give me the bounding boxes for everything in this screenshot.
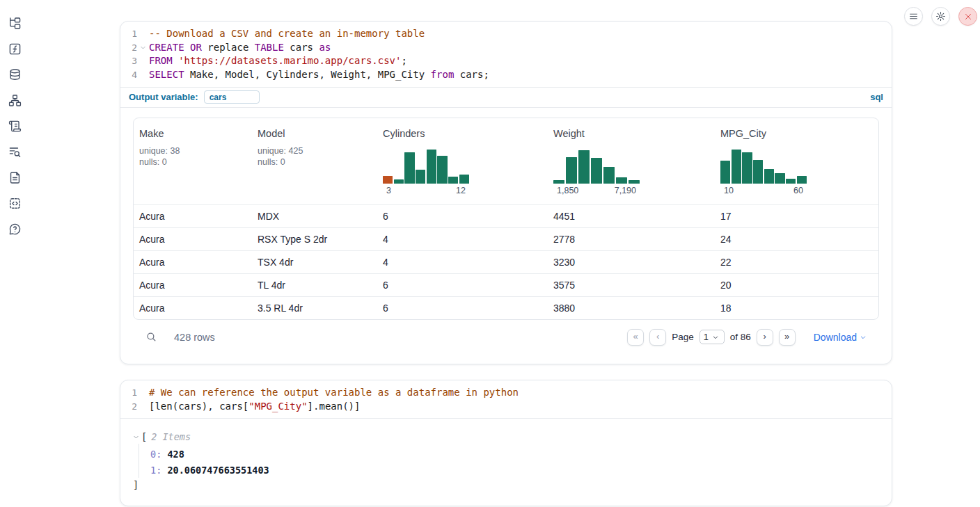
sidebar-file-explorer-button[interactable]	[8, 16, 22, 30]
sidebar-help-button[interactable]	[8, 222, 22, 236]
sidebar-snippets-button[interactable]	[8, 196, 22, 210]
table-cell: 24	[715, 234, 878, 245]
output-variable-input[interactable]	[204, 90, 260, 104]
settings-gear-icon	[935, 11, 946, 22]
code-line-text: SELECT Make, Model, Cylinders, Weight, M…	[149, 68, 489, 82]
line-number: 1	[120, 27, 137, 41]
document-icon	[8, 171, 22, 184]
file-tree-icon	[8, 17, 22, 30]
fold-chevron-icon[interactable]	[137, 41, 149, 55]
line-number: 1	[120, 386, 137, 400]
chevron-down-icon	[860, 334, 867, 341]
histogram-bar	[427, 150, 436, 184]
code-line-text: FROM 'https://datasets.marimo.app/cars.c…	[149, 54, 407, 68]
histogram-bar	[459, 175, 469, 184]
column-header-cylinders[interactable]: Cylinders312	[377, 128, 548, 200]
histogram-bar	[591, 158, 602, 184]
table-cell: 6	[377, 211, 548, 222]
sql-code-editor[interactable]: 1-- Download a CSV and create an in-memo…	[120, 22, 892, 87]
histogram-min-label: 3	[386, 186, 391, 195]
code-snippets-icon	[8, 197, 22, 210]
sidebar-variables-button[interactable]	[8, 42, 22, 56]
python-cell: 1# We can reference the output variable …	[120, 380, 892, 506]
histogram-bar	[797, 176, 807, 184]
last-page-button[interactable]: »	[779, 329, 796, 346]
table-row: Acura3.5 RL 4dr6388018	[134, 296, 878, 319]
sidebar-tracing-button[interactable]	[8, 145, 22, 159]
sidebar-datasources-button[interactable]	[8, 67, 22, 81]
help-icon	[8, 223, 22, 236]
table-cell: 22	[715, 257, 878, 268]
table-cell: MDX	[252, 211, 377, 222]
histogram-bar	[742, 152, 752, 184]
next-page-button[interactable]: ›	[757, 329, 773, 346]
table-row: AcuraRSX Type S 2dr4277824	[134, 227, 878, 250]
table-row: AcuraTL 4dr6357520	[134, 273, 878, 296]
column-histogram: 1,8507,190	[553, 147, 640, 195]
histogram-bar	[775, 173, 784, 184]
table-cell: 20	[715, 280, 878, 291]
list-tree-body: 0: 4281: 20.060747663551403	[139, 444, 879, 478]
notebook-actions	[904, 7, 977, 26]
histogram-max-label: 7,190	[615, 186, 636, 195]
histogram-bar	[437, 156, 447, 184]
bracket-open: [	[141, 430, 147, 444]
sql-output-area: Makeunique: 38nulls: 0Modelunique: 425nu…	[120, 107, 892, 364]
table-cell: 2778	[548, 234, 715, 245]
page-total-label: of 86	[730, 332, 751, 342]
table-cell: 6	[377, 303, 548, 314]
search-icon	[145, 331, 157, 343]
table-body: AcuraMDX6445117AcuraRSX Type S 2dr427782…	[134, 204, 878, 319]
column-stat: unique: 425	[258, 145, 377, 157]
table-cell: 3.5 RL 4dr	[252, 303, 377, 314]
column-header-mpg_city[interactable]: MPG_City1060	[715, 128, 878, 200]
close-icon	[964, 13, 972, 21]
shutdown-button[interactable]	[958, 7, 977, 26]
histogram-bar	[553, 180, 564, 184]
table-cell: 4	[377, 257, 548, 268]
column-header-weight[interactable]: Weight1,8507,190	[548, 128, 715, 200]
bracket-close: ]	[133, 478, 879, 492]
menu-icon	[909, 12, 918, 21]
sidebar-dependency-graph-button[interactable]	[8, 93, 22, 107]
table-cell: 3230	[548, 257, 715, 268]
chevron-down-icon	[712, 334, 719, 341]
code-line-text: CREATE OR replace TABLE cars as	[149, 41, 331, 55]
items-count-label: 2 Items	[151, 430, 191, 444]
line-number: 2	[120, 41, 137, 55]
table-cell: 18	[715, 303, 878, 314]
fold-gutter	[137, 386, 149, 400]
column-header-model[interactable]: Modelunique: 425nulls: 0	[252, 128, 377, 200]
database-icon	[8, 68, 22, 81]
histogram-min-label: 1,850	[557, 186, 578, 195]
settings-button[interactable]	[931, 7, 950, 26]
table-cell: Acura	[134, 234, 252, 245]
text-search-icon	[8, 145, 22, 159]
histogram-bar	[603, 167, 615, 184]
page-label: Page	[672, 332, 694, 342]
page-number-select[interactable]: 1	[700, 330, 725, 344]
collapse-chevron-icon[interactable]	[133, 434, 141, 440]
histogram-bar	[404, 152, 414, 184]
table-search-button[interactable]	[145, 331, 157, 343]
sidebar-documentation-button[interactable]	[8, 170, 22, 184]
output-variable-row: Output variable: sql	[120, 87, 892, 107]
python-output-area: [ 2 Items 0: 4281: 20.060747663551403 ]	[120, 418, 892, 506]
table-row: AcuraTSX 4dr4323022	[134, 250, 878, 273]
first-page-button[interactable]: «	[627, 329, 644, 346]
sidebar-logs-button[interactable]	[8, 119, 22, 133]
column-name: MPG_City	[720, 128, 878, 139]
table-cell: 4451	[548, 211, 715, 222]
download-button[interactable]: Download	[814, 332, 867, 343]
line-number: 3	[120, 54, 137, 68]
fold-gutter	[137, 27, 149, 41]
histogram-bar	[753, 160, 763, 183]
table-cell: TL 4dr	[252, 280, 377, 291]
histogram-bar	[566, 157, 577, 184]
python-code-editor[interactable]: 1# We can reference the output variable …	[120, 380, 892, 418]
histogram-bar	[383, 176, 393, 184]
column-stat: unique: 38	[139, 145, 252, 157]
menu-button[interactable]	[904, 7, 923, 26]
prev-page-button[interactable]: ‹	[649, 329, 666, 346]
column-header-make[interactable]: Makeunique: 38nulls: 0	[134, 128, 252, 200]
